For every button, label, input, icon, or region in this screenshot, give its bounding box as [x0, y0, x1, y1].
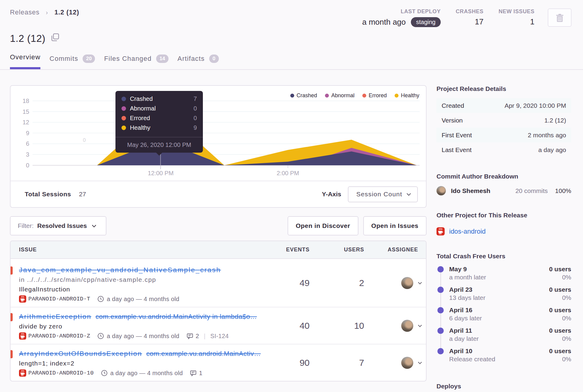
svg-text:12: 12 — [23, 119, 29, 126]
svg-text:18: 18 — [23, 98, 29, 104]
svg-text:15: 15 — [23, 108, 29, 115]
svg-text:9: 9 — [26, 130, 29, 136]
svg-text:12:00 PM: 12:00 PM — [148, 170, 174, 176]
svg-text:2:00 PM: 2:00 PM — [277, 170, 299, 176]
svg-text:6: 6 — [26, 140, 29, 147]
svg-text:0: 0 — [26, 162, 29, 169]
svg-text:0: 0 — [83, 137, 86, 143]
svg-text:3: 3 — [26, 151, 29, 158]
